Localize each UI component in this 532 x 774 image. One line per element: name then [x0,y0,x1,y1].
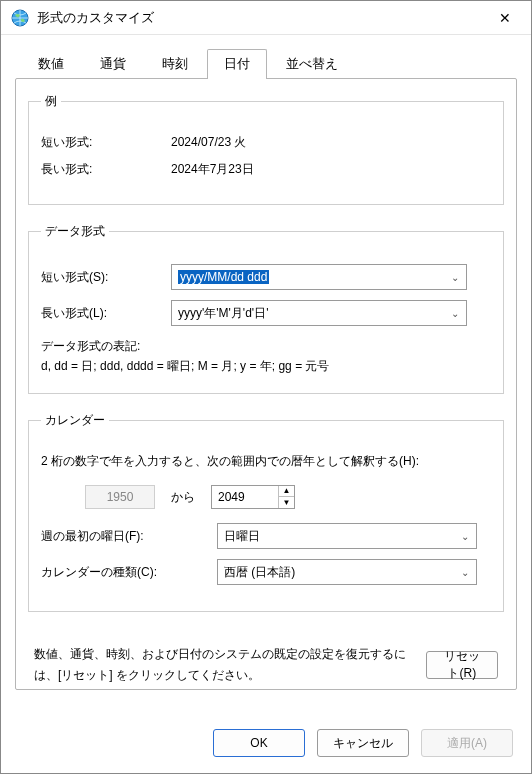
close-button[interactable]: ✕ [485,4,525,32]
group-example: 例 短い形式: 2024/07/23 火 長い形式: 2024年7月23日 [28,93,504,205]
example-long-label: 長い形式: [41,161,171,178]
group-dataformat: データ形式 短い形式(S): yyyy/MM/dd ddd ⌄ 長い形式(L):… [28,223,504,394]
between-label: から [171,489,195,506]
short-format-combo[interactable]: yyyy/MM/dd ddd ⌄ [171,264,467,290]
footer-note: 数値、通貨、時刻、および日付のシステムの既定の設定を復元するには、[リセット] … [28,630,504,695]
titlebar: 形式のカスタマイズ ✕ [1,1,531,35]
spinner-up-icon[interactable]: ▲ [279,486,294,497]
group-example-legend: 例 [41,93,61,110]
cancel-button[interactable]: キャンセル [317,729,409,757]
notation-header: データ形式の表記: [41,336,491,356]
firstday-combo[interactable]: 日曜日 ⌄ [217,523,477,549]
close-icon: ✕ [499,10,511,26]
group-dataformat-legend: データ形式 [41,223,109,240]
content: 数値 通貨 時刻 日付 並べ替え 例 短い形式: 2024/07/23 火 長い… [1,35,531,721]
firstday-value: 日曜日 [218,528,458,545]
window-title: 形式のカスタマイズ [37,9,485,27]
group-calendar-legend: カレンダー [41,412,109,429]
caltype-label: カレンダーの種類(C): [41,564,217,581]
short-format-text: yyyy/MM/dd ddd [172,270,448,284]
notation-body: d, dd = 日; ddd, dddd = 曜日; M = 月; y = 年;… [41,356,491,376]
year-to-input[interactable]: 2049 ▲ ▼ [211,485,295,509]
globe-icon [11,9,29,27]
button-bar: OK キャンセル 適用(A) [1,721,531,773]
year-to-spinner: ▲ ▼ [278,486,294,508]
short-format-label: 短い形式(S): [41,269,171,286]
chevron-down-icon: ⌄ [458,567,476,578]
notation-block: データ形式の表記: d, dd = 日; ddd, dddd = 曜日; M =… [41,336,491,377]
tabpanel-date: 例 短い形式: 2024/07/23 火 長い形式: 2024年7月23日 デー… [15,78,517,690]
window: 形式のカスタマイズ ✕ 数値 通貨 時刻 日付 並べ替え 例 短い形式: 202… [0,0,532,774]
chevron-down-icon: ⌄ [448,272,466,283]
tabstrip: 数値 通貨 時刻 日付 並べ替え [15,49,517,79]
firstday-label: 週の最初の曜日(F): [41,528,217,545]
year-from-text: 1950 [107,490,134,504]
year-from-box: 1950 [85,485,155,509]
long-format-combo[interactable]: yyyy'年'M'月'd'日' ⌄ [171,300,467,326]
long-format-label: 長い形式(L): [41,305,171,322]
caltype-combo[interactable]: 西暦 (日本語) ⌄ [217,559,477,585]
ok-button[interactable]: OK [213,729,305,757]
long-format-value: yyyy'年'M'月'd'日' [172,305,448,322]
short-format-value: yyyy/MM/dd ddd [178,270,269,284]
example-long-value: 2024年7月23日 [171,161,491,178]
tab-number[interactable]: 数値 [21,49,81,79]
chevron-down-icon: ⌄ [448,308,466,319]
tab-date[interactable]: 日付 [207,49,267,79]
tab-time[interactable]: 時刻 [145,49,205,79]
calendar-note: 2 桁の数字で年を入力すると、次の範囲内での暦年として解釈する(H): [41,451,491,471]
apply-button: 適用(A) [421,729,513,757]
tab-sort[interactable]: 並べ替え [269,49,355,79]
group-calendar: カレンダー 2 桁の数字で年を入力すると、次の範囲内での暦年として解釈する(H)… [28,412,504,612]
restore-note: 数値、通貨、時刻、および日付のシステムの既定の設定を復元するには、[リセット] … [34,644,426,685]
reset-button[interactable]: リセット(R) [426,651,498,679]
year-to-text: 2049 [212,490,278,504]
example-short-label: 短い形式: [41,134,171,151]
tab-currency[interactable]: 通貨 [83,49,143,79]
caltype-value: 西暦 (日本語) [218,564,458,581]
spinner-down-icon[interactable]: ▼ [279,497,294,508]
example-short-value: 2024/07/23 火 [171,134,491,151]
chevron-down-icon: ⌄ [458,531,476,542]
